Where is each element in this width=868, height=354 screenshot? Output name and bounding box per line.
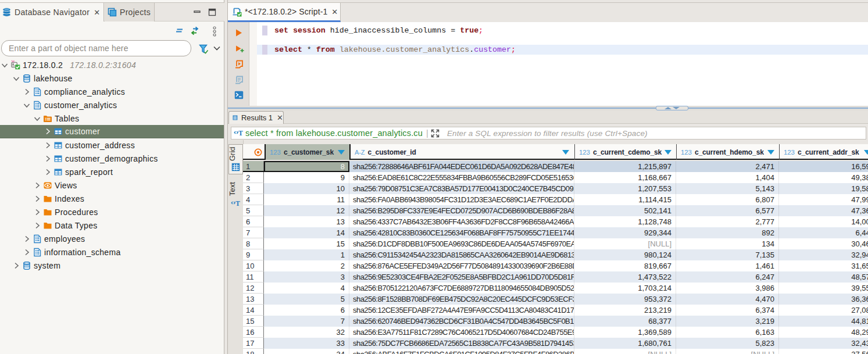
svg-text:T: T (238, 129, 243, 137)
